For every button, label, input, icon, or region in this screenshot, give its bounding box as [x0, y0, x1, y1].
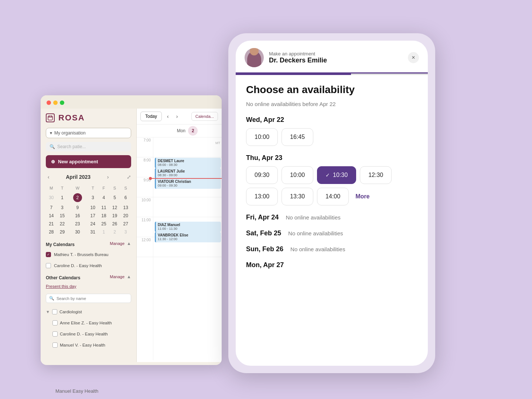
dot-minimize[interactable]	[53, 100, 58, 105]
doctor-caroline: Caroline D. - Easy Health	[46, 331, 131, 337]
cal-day[interactable]: 3	[87, 192, 98, 204]
prev-month-btn[interactable]: ‹	[46, 173, 51, 181]
appt-time: 08:00 - 08:30	[158, 163, 219, 167]
appointment-diaz[interactable]: DIAZ Manuel 11:00 - 11:30	[155, 222, 221, 232]
checkbox-mathieu[interactable]: ✓	[46, 252, 51, 257]
checkbox-anne[interactable]	[52, 320, 58, 325]
cal-day[interactable]: 9	[68, 204, 87, 212]
time-slot-1400-thu[interactable]: 14:00	[317, 188, 349, 205]
modal-body[interactable]: Choose an availability No online availab…	[236, 75, 428, 366]
cal-day[interactable]: 31	[87, 228, 98, 236]
more-slots-button[interactable]: More	[352, 188, 372, 205]
dot-maximize[interactable]	[60, 100, 64, 105]
cal-day[interactable]: 24	[87, 220, 98, 228]
cal-view-btn[interactable]: Calenda...	[191, 112, 218, 121]
present-day-link[interactable]: Present this day	[46, 284, 131, 289]
cal-day[interactable]: 15	[57, 212, 68, 220]
cal-day[interactable]: 6	[120, 192, 131, 204]
sidebar: ROSA ▾ My organisation 🔍 Search patie...…	[41, 109, 137, 362]
cal-day[interactable]: 5	[109, 192, 120, 204]
cal-day[interactable]: 30	[46, 192, 57, 204]
cal-prev-btn[interactable]: ‹	[165, 113, 171, 120]
time-slot-1330-thu[interactable]: 13:30	[282, 188, 313, 205]
cal-day[interactable]: 13	[120, 204, 131, 212]
cal-day[interactable]: 30	[68, 228, 87, 236]
cal-day[interactable]: 1	[57, 192, 68, 204]
new-appointment-button[interactable]: ⊕ New appointment	[46, 155, 131, 168]
arrow-icon[interactable]: ▼	[46, 310, 50, 314]
checkbox-caroline-other[interactable]	[52, 331, 58, 337]
cal-day[interactable]: 10	[87, 204, 98, 212]
collapse-icon[interactable]: ▲	[127, 241, 131, 246]
month-nav: ‹ April 2023 › ⤢	[46, 173, 131, 181]
time-slot-1000-wed[interactable]: 10:00	[246, 128, 278, 146]
calendar-main: Today ‹ › Calenda... Mon 2 7:00 8:	[137, 109, 222, 362]
search-name-field[interactable]	[57, 296, 128, 301]
cal-day[interactable]: 11	[98, 204, 109, 212]
cal-next-btn[interactable]: ›	[174, 113, 180, 120]
appointment-viatour[interactable]: VIATOUR Christian 09:00 - 09:30	[155, 178, 221, 189]
cal-day[interactable]: 16	[68, 212, 87, 220]
day-heading-thu: Thu, Apr 23	[246, 154, 417, 162]
close-button[interactable]: ×	[408, 52, 419, 63]
modal-header-text: Make an appointment Dr. Deckers Emilie	[269, 51, 403, 64]
cal-day[interactable]: 18	[98, 212, 109, 220]
appointment-vanbroek[interactable]: VANBROEK Elise 11:30 - 12:00	[155, 232, 221, 242]
cal-day[interactable]: 22	[57, 220, 68, 228]
time-slot-7: 7:00	[137, 137, 153, 157]
time-slot-1000-thu[interactable]: 10:00	[282, 166, 313, 184]
cal-day[interactable]: 14	[46, 212, 57, 220]
org-button[interactable]: ▾ My organisation	[46, 128, 131, 138]
cal-day[interactable]: 27	[120, 220, 131, 228]
search-placeholder: Search patie...	[57, 144, 86, 149]
no-avail-sun: No online availabilities	[290, 246, 345, 252]
appointment-laurent[interactable]: LAURENT Julie 08:30 - 09:00	[155, 168, 221, 178]
calendar-body: 7:00 8:00 9:00 10:00 11:00 12:00	[137, 137, 222, 360]
cal-day[interactable]: 25	[98, 220, 109, 228]
cal-day[interactable]: 26	[109, 220, 120, 228]
doctor-manuel: Manuel V. - Easy Health	[46, 342, 131, 348]
cal-day[interactable]: 17	[87, 212, 98, 220]
manage-calendars-link[interactable]: Manage	[110, 241, 125, 246]
cal-day[interactable]: 7	[46, 204, 57, 212]
day-number-badge: 2	[188, 126, 198, 136]
expand-icon[interactable]: ⤢	[127, 174, 131, 180]
next-month-btn[interactable]: ›	[105, 173, 111, 181]
time-slot-1300-thu[interactable]: 13:00	[246, 188, 278, 205]
cal-day[interactable]: 2	[109, 228, 120, 236]
cal-day[interactable]: 3	[120, 228, 131, 236]
cal-day[interactable]: 3	[57, 204, 68, 212]
cal-day[interactable]: 28	[46, 228, 57, 236]
cal-day[interactable]: 19	[109, 212, 120, 220]
search-bar[interactable]: 🔍 Search patie...	[46, 142, 131, 151]
cal-day[interactable]: 23	[68, 220, 87, 228]
appointment-desmet[interactable]: DESMET Laure 08:00 - 08:30	[155, 158, 221, 168]
choose-availability-title: Choose an availability	[246, 84, 417, 96]
cal-day-today[interactable]: 2	[68, 192, 87, 204]
day-header-m: M	[46, 184, 57, 192]
cal-day[interactable]: 21	[46, 220, 57, 228]
time-slot-11: 11:00	[137, 217, 153, 237]
cal-day[interactable]: 29	[57, 228, 68, 236]
time-slot-1645-wed[interactable]: 16:45	[282, 128, 313, 146]
specialty-cardiologist: ▼ Cardiologist	[46, 309, 131, 314]
today-button[interactable]: Today	[140, 112, 162, 121]
checkbox-caroline[interactable]	[46, 263, 51, 268]
cal-day[interactable]: 4	[98, 192, 109, 204]
cal-day[interactable]: 20	[120, 212, 131, 220]
dot-close[interactable]	[47, 100, 51, 105]
day-column-header-mon: Mon 2	[153, 126, 222, 136]
rosa-logo: ROSA	[58, 113, 85, 123]
cal-day[interactable]: 12	[109, 204, 120, 212]
collapse-other-icon[interactable]: ▲	[127, 274, 131, 279]
search-calendar-input[interactable]: 🔍	[46, 294, 131, 303]
checkbox-manuel[interactable]	[52, 342, 58, 348]
manage-other-link[interactable]: Manage	[110, 274, 125, 279]
time-slot-0930-thu[interactable]: 09:30	[246, 166, 278, 184]
cal-day[interactable]: 1	[98, 228, 109, 236]
time-slot-1030-thu-selected[interactable]: ✓ 10:30	[317, 166, 356, 184]
mt-label: MT	[215, 141, 220, 145]
time-slot-1230-thu[interactable]: 12:30	[360, 166, 392, 184]
checkbox-cardiologist[interactable]	[52, 309, 57, 314]
appt-time: 11:00 - 11:30	[158, 227, 219, 231]
